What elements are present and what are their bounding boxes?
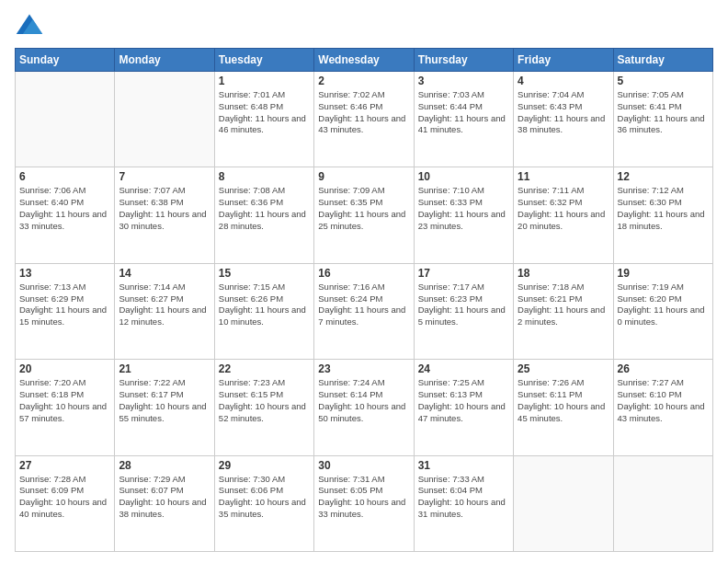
day-number: 4: [518, 75, 609, 87]
day-number: 10: [418, 170, 509, 183]
calendar-cell: 1Sunrise: 7:01 AMSunset: 6:48 PMDaylight…: [214, 72, 313, 167]
day-info: Sunrise: 7:08 AMSunset: 6:36 PMDaylight:…: [219, 185, 310, 232]
calendar-cell: [514, 455, 613, 551]
day-number: 3: [418, 75, 509, 87]
day-number: 13: [19, 267, 110, 280]
day-number: 25: [518, 362, 609, 375]
calendar-cell: 3Sunrise: 7:03 AMSunset: 6:44 PMDaylight…: [414, 72, 513, 167]
calendar-table: SundayMondayTuesdayWednesdayThursdayFrid…: [15, 48, 713, 552]
day-info: Sunrise: 7:05 AMSunset: 6:41 PMDaylight:…: [618, 89, 709, 136]
day-number: 7: [119, 170, 210, 183]
day-number: 26: [618, 362, 709, 375]
day-info: Sunrise: 7:33 AMSunset: 6:04 PMDaylight:…: [418, 474, 509, 521]
day-info: Sunrise: 7:06 AMSunset: 6:40 PMDaylight:…: [19, 185, 110, 232]
calendar-cell: 11Sunrise: 7:11 AMSunset: 6:32 PMDayligh…: [514, 167, 613, 263]
header: [15, 11, 713, 40]
calendar-cell: 18Sunrise: 7:18 AMSunset: 6:21 PMDayligh…: [514, 263, 613, 359]
calendar-cell: [16, 72, 115, 167]
calendar-cell: 6Sunrise: 7:06 AMSunset: 6:40 PMDaylight…: [16, 167, 115, 263]
day-number: 12: [618, 170, 709, 183]
day-number: 2: [318, 75, 409, 87]
calendar-cell: 2Sunrise: 7:02 AMSunset: 6:46 PMDaylight…: [314, 72, 414, 167]
weekday-header-sunday: Sunday: [16, 49, 115, 72]
weekday-header-row: SundayMondayTuesdayWednesdayThursdayFrid…: [16, 49, 713, 72]
day-info: Sunrise: 7:14 AMSunset: 6:27 PMDaylight:…: [119, 282, 210, 328]
day-number: 15: [219, 267, 310, 280]
calendar-cell: 21Sunrise: 7:22 AMSunset: 6:17 PMDayligh…: [115, 360, 214, 455]
calendar-week-2: 13Sunrise: 7:13 AMSunset: 6:29 PMDayligh…: [16, 263, 713, 359]
calendar-cell: 23Sunrise: 7:24 AMSunset: 6:14 PMDayligh…: [314, 360, 414, 455]
calendar-cell: 26Sunrise: 7:27 AMSunset: 6:10 PMDayligh…: [613, 360, 712, 455]
day-number: 22: [219, 362, 310, 375]
weekday-header-saturday: Saturday: [613, 49, 712, 72]
weekday-header-tuesday: Tuesday: [214, 49, 313, 72]
calendar-week-0: 1Sunrise: 7:01 AMSunset: 6:48 PMDaylight…: [16, 72, 713, 167]
day-info: Sunrise: 7:02 AMSunset: 6:46 PMDaylight:…: [318, 89, 409, 136]
calendar-week-1: 6Sunrise: 7:06 AMSunset: 6:40 PMDaylight…: [16, 167, 713, 263]
day-info: Sunrise: 7:30 AMSunset: 6:06 PMDaylight:…: [219, 474, 310, 521]
day-number: 23: [318, 362, 409, 375]
day-info: Sunrise: 7:20 AMSunset: 6:18 PMDaylight:…: [19, 377, 110, 424]
calendar-cell: [613, 455, 712, 551]
calendar-cell: 15Sunrise: 7:15 AMSunset: 6:26 PMDayligh…: [214, 263, 313, 359]
day-number: 1: [219, 75, 310, 87]
day-info: Sunrise: 7:23 AMSunset: 6:15 PMDaylight:…: [219, 377, 310, 424]
calendar-cell: 25Sunrise: 7:26 AMSunset: 6:11 PMDayligh…: [514, 360, 613, 455]
day-number: 6: [19, 170, 110, 183]
day-info: Sunrise: 7:01 AMSunset: 6:48 PMDaylight:…: [219, 89, 310, 136]
calendar-cell: 24Sunrise: 7:25 AMSunset: 6:13 PMDayligh…: [414, 360, 513, 455]
calendar-cell: 28Sunrise: 7:29 AMSunset: 6:07 PMDayligh…: [115, 455, 214, 551]
weekday-header-thursday: Thursday: [414, 49, 513, 72]
calendar-cell: 7Sunrise: 7:07 AMSunset: 6:38 PMDaylight…: [115, 167, 214, 263]
calendar-cell: 14Sunrise: 7:14 AMSunset: 6:27 PMDayligh…: [115, 263, 214, 359]
day-number: 29: [219, 459, 310, 472]
page: SundayMondayTuesdayWednesdayThursdayFrid…: [0, 0, 728, 563]
day-number: 14: [119, 267, 210, 280]
day-info: Sunrise: 7:31 AMSunset: 6:05 PMDaylight:…: [318, 474, 409, 521]
day-number: 21: [119, 362, 210, 375]
calendar-cell: 5Sunrise: 7:05 AMSunset: 6:41 PMDaylight…: [613, 72, 712, 167]
weekday-header-wednesday: Wednesday: [314, 49, 414, 72]
day-number: 11: [518, 170, 609, 183]
day-info: Sunrise: 7:04 AMSunset: 6:43 PMDaylight:…: [518, 89, 609, 136]
day-info: Sunrise: 7:25 AMSunset: 6:13 PMDaylight:…: [418, 377, 509, 424]
day-info: Sunrise: 7:12 AMSunset: 6:30 PMDaylight:…: [618, 185, 709, 232]
day-info: Sunrise: 7:07 AMSunset: 6:38 PMDaylight:…: [119, 185, 210, 232]
day-number: 17: [418, 267, 509, 280]
day-number: 5: [618, 75, 709, 87]
day-number: 16: [318, 267, 409, 280]
calendar-cell: 10Sunrise: 7:10 AMSunset: 6:33 PMDayligh…: [414, 167, 513, 263]
calendar-cell: [115, 72, 214, 167]
calendar-cell: 19Sunrise: 7:19 AMSunset: 6:20 PMDayligh…: [613, 263, 712, 359]
day-info: Sunrise: 7:24 AMSunset: 6:14 PMDaylight:…: [318, 377, 409, 424]
day-info: Sunrise: 7:29 AMSunset: 6:07 PMDaylight:…: [119, 474, 210, 521]
calendar-week-3: 20Sunrise: 7:20 AMSunset: 6:18 PMDayligh…: [16, 360, 713, 455]
calendar-cell: 30Sunrise: 7:31 AMSunset: 6:05 PMDayligh…: [314, 455, 414, 551]
calendar-cell: 12Sunrise: 7:12 AMSunset: 6:30 PMDayligh…: [613, 167, 712, 263]
day-info: Sunrise: 7:18 AMSunset: 6:21 PMDaylight:…: [518, 282, 609, 328]
day-number: 9: [318, 170, 409, 183]
day-info: Sunrise: 7:09 AMSunset: 6:35 PMDaylight:…: [318, 185, 409, 232]
day-info: Sunrise: 7:10 AMSunset: 6:33 PMDaylight:…: [418, 185, 509, 232]
day-info: Sunrise: 7:26 AMSunset: 6:11 PMDaylight:…: [518, 377, 609, 424]
calendar-cell: 29Sunrise: 7:30 AMSunset: 6:06 PMDayligh…: [214, 455, 313, 551]
calendar-cell: 8Sunrise: 7:08 AMSunset: 6:36 PMDaylight…: [214, 167, 313, 263]
day-number: 27: [19, 459, 110, 472]
calendar-cell: 4Sunrise: 7:04 AMSunset: 6:43 PMDaylight…: [514, 72, 613, 167]
logo: [15, 11, 48, 40]
day-info: Sunrise: 7:28 AMSunset: 6:09 PMDaylight:…: [19, 474, 110, 521]
calendar-cell: 16Sunrise: 7:16 AMSunset: 6:24 PMDayligh…: [314, 263, 414, 359]
day-number: 30: [318, 459, 409, 472]
day-number: 8: [219, 170, 310, 183]
day-info: Sunrise: 7:11 AMSunset: 6:32 PMDaylight:…: [518, 185, 609, 232]
calendar-cell: 13Sunrise: 7:13 AMSunset: 6:29 PMDayligh…: [16, 263, 115, 359]
day-info: Sunrise: 7:17 AMSunset: 6:23 PMDaylight:…: [418, 282, 509, 328]
day-number: 31: [418, 459, 509, 472]
day-number: 20: [19, 362, 110, 375]
calendar-cell: 20Sunrise: 7:20 AMSunset: 6:18 PMDayligh…: [16, 360, 115, 455]
day-info: Sunrise: 7:03 AMSunset: 6:44 PMDaylight:…: [418, 89, 509, 136]
day-info: Sunrise: 7:15 AMSunset: 6:26 PMDaylight:…: [219, 282, 310, 328]
day-info: Sunrise: 7:13 AMSunset: 6:29 PMDaylight:…: [19, 282, 110, 328]
weekday-header-friday: Friday: [514, 49, 613, 72]
calendar-cell: 9Sunrise: 7:09 AMSunset: 6:35 PMDaylight…: [314, 167, 414, 263]
